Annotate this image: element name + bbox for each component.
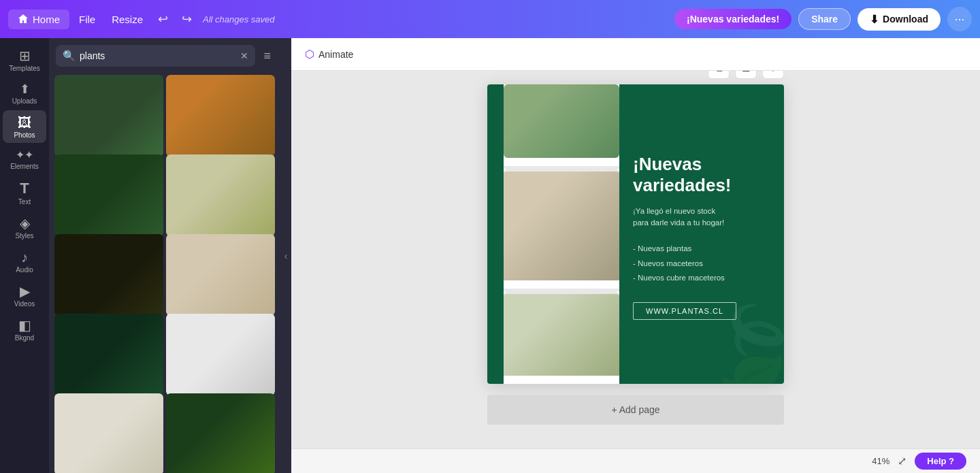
canvas-scroll[interactable]: ⧉ ⊡ + bbox=[291, 71, 980, 448]
videos-icon: ▶ bbox=[20, 284, 30, 298]
redo-button[interactable]: ↪ bbox=[176, 7, 197, 31]
card-photo-3 bbox=[504, 289, 619, 376]
filter-icon: ≡ bbox=[263, 49, 271, 63]
resize-button[interactable]: Resize bbox=[105, 10, 150, 29]
sidebar-item-label: Elements bbox=[10, 163, 39, 170]
photo-block bbox=[54, 314, 163, 395]
search-input[interactable] bbox=[80, 50, 236, 61]
collapse-panel-handle[interactable]: ‹ bbox=[280, 38, 291, 473]
audio-icon: ♪ bbox=[21, 250, 28, 264]
photo-item[interactable] bbox=[54, 154, 163, 236]
download-label: Download bbox=[883, 14, 928, 25]
card-inner: 🍃 ¡Nuevas variedades! ¡Ya llegó el nuevo… bbox=[487, 84, 784, 384]
sidebar-item-elements[interactable]: ✦✦ Elements bbox=[3, 144, 46, 174]
card-subline: ¡Ya llegó el nuevo stockpara darle vida … bbox=[633, 206, 724, 229]
topbar: Home File Resize ↩ ↪ All changes saved ¡… bbox=[0, 0, 980, 38]
search-input-wrap: 🔍 ✕ bbox=[56, 45, 255, 67]
templates-icon: ⊞ bbox=[19, 49, 31, 63]
text-icon: T bbox=[20, 181, 29, 196]
elements-icon: ✦✦ bbox=[16, 150, 33, 161]
photo-block bbox=[54, 234, 163, 316]
search-filter-button[interactable]: ≡ bbox=[261, 46, 274, 66]
file-button[interactable]: File bbox=[72, 10, 102, 29]
photo-block bbox=[54, 154, 163, 236]
photo-item[interactable] bbox=[166, 314, 275, 395]
sidebar-item-videos[interactable]: ▶ Videos bbox=[3, 279, 46, 312]
card-grid: 🍃 ¡Nuevas variedades! ¡Ya llegó el nuevo… bbox=[504, 84, 784, 384]
copy-button[interactable]: ⊡ bbox=[735, 71, 757, 79]
photo-block bbox=[166, 234, 275, 316]
search-icon: 🔍 bbox=[63, 50, 76, 62]
photo-item[interactable] bbox=[166, 75, 275, 157]
search-panel: 🔍 ✕ ≡ bbox=[49, 38, 280, 473]
photo-block bbox=[54, 393, 163, 473]
canvas-card-wrap: ⧉ ⊡ + bbox=[487, 84, 784, 425]
add-page-button[interactable]: + bbox=[762, 71, 784, 79]
photo-item[interactable] bbox=[166, 393, 275, 473]
sidebar-item-label: Photos bbox=[14, 131, 35, 139]
sidebar-item-label: Videos bbox=[14, 300, 35, 308]
card-photo-2 bbox=[504, 166, 619, 280]
sidebar-item-templates[interactable]: ⊞ Templates bbox=[3, 44, 46, 76]
search-clear-button[interactable]: ✕ bbox=[240, 50, 248, 61]
photo-item[interactable] bbox=[54, 75, 163, 157]
icon-sidebar: ⊞ Templates ⬆ Uploads 🖼 Photos ✦✦ Elemen… bbox=[0, 38, 49, 473]
animate-button[interactable]: ⬡ Animate bbox=[305, 48, 353, 61]
sidebar-item-label: Bkgnd bbox=[15, 334, 34, 342]
duplicate-button[interactable]: ⧉ bbox=[708, 71, 730, 79]
sidebar-item-audio[interactable]: ♪ Audio bbox=[3, 245, 46, 278]
photo-item[interactable] bbox=[166, 234, 275, 316]
sidebar-item-label: Audio bbox=[16, 266, 33, 274]
design-canvas-card: 🍃 ¡Nuevas variedades! ¡Ya llegó el nuevo… bbox=[487, 84, 784, 384]
photo-block bbox=[166, 154, 275, 236]
animate-label: Animate bbox=[318, 49, 353, 60]
sidebar-item-label: Text bbox=[18, 198, 31, 206]
photo-item[interactable] bbox=[54, 314, 163, 395]
photo-item[interactable] bbox=[54, 393, 163, 473]
canvas-area: ⬡ Animate ⧉ ⊡ + bbox=[291, 38, 980, 473]
sidebar-item-photos[interactable]: 🖼 Photos bbox=[3, 110, 46, 143]
photo-block bbox=[54, 75, 163, 157]
styles-icon: ◈ bbox=[20, 216, 30, 230]
add-page-bar[interactable]: + Add page bbox=[487, 395, 784, 425]
canvas-top-controls: ⧉ ⊡ + bbox=[708, 71, 784, 79]
download-icon: ⬇ bbox=[870, 13, 879, 26]
undo-button[interactable]: ↩ bbox=[152, 7, 174, 31]
uploads-icon: ⬆ bbox=[20, 83, 30, 95]
sidebar-item-styles[interactable]: ◈ Styles bbox=[3, 211, 46, 244]
photo-item[interactable] bbox=[166, 154, 275, 236]
photo-block bbox=[166, 314, 275, 395]
more-options-button[interactable]: ··· bbox=[947, 7, 972, 31]
photo-grid bbox=[49, 72, 280, 473]
sidebar-item-uploads[interactable]: ⬆ Uploads bbox=[3, 78, 46, 109]
collapse-arrow-icon: ‹ bbox=[284, 250, 288, 261]
card-green-panel: 🍃 ¡Nuevas variedades! ¡Ya llegó el nuevo… bbox=[619, 84, 784, 384]
photos-icon: 🖼 bbox=[18, 116, 31, 129]
main-layout: ⊞ Templates ⬆ Uploads 🖼 Photos ✦✦ Elemen… bbox=[0, 38, 980, 473]
search-bar: 🔍 ✕ ≡ bbox=[49, 38, 280, 72]
background-icon: ◧ bbox=[18, 319, 31, 332]
card-headline: ¡Nuevas variedades! bbox=[633, 154, 770, 196]
card-url: WWW.PLANTAS.CL bbox=[633, 302, 736, 320]
photo-item[interactable] bbox=[54, 234, 163, 316]
photo-block bbox=[166, 393, 275, 473]
sidebar-item-background[interactable]: ◧ Bkgnd bbox=[3, 313, 46, 346]
promo-button[interactable]: ¡Nuevas variedades! bbox=[674, 9, 791, 29]
card-list: - Nuevas plantas- Nuevos maceteros- Nuev… bbox=[633, 242, 725, 287]
help-button[interactable]: Help ? bbox=[915, 453, 966, 470]
download-button[interactable]: ⬇ Download bbox=[858, 8, 941, 31]
bottom-bar: 41% ⤢ Help ? bbox=[291, 448, 980, 473]
sidebar-item-label: Templates bbox=[9, 65, 40, 72]
photo-block bbox=[166, 75, 275, 157]
home-button[interactable]: Home bbox=[8, 10, 69, 29]
zoom-level: 41% bbox=[872, 456, 889, 466]
zoom-fit-button[interactable]: ⤢ bbox=[898, 455, 906, 468]
card-left-strip bbox=[487, 84, 504, 384]
share-button[interactable]: Share bbox=[798, 8, 851, 30]
sidebar-item-label: Styles bbox=[15, 232, 33, 240]
home-label: Home bbox=[33, 14, 60, 25]
sidebar-item-text[interactable]: T Text bbox=[3, 176, 46, 210]
sidebar-item-label: Uploads bbox=[12, 97, 37, 105]
animate-icon: ⬡ bbox=[305, 48, 314, 61]
canvas-toolbar: ⬡ Animate bbox=[291, 38, 980, 71]
